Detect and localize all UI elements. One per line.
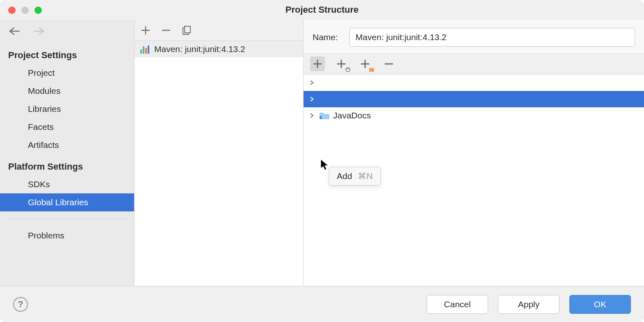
sidebar: Project Settings Project Modules Librari…: [0, 20, 135, 286]
roots-tree: J JavaDocs Add ⌘N: [304, 75, 644, 286]
tooltip-shortcut: ⌘N: [358, 171, 372, 181]
library-item-label: Maven: junit:junit:4.13.2: [154, 44, 245, 54]
folder-icon: J: [319, 111, 330, 120]
tree-row[interactable]: [304, 91, 644, 107]
titlebar: Project Structure: [0, 0, 644, 20]
sidebar-item-modules[interactable]: Modules: [0, 82, 134, 100]
chevron-right-icon: [308, 96, 316, 102]
help-button[interactable]: ?: [13, 297, 28, 312]
cancel-button[interactable]: Cancel: [427, 295, 488, 314]
details-toolbar: [304, 53, 644, 75]
add-tooltip: Add ⌘N: [329, 167, 381, 186]
forward-button: [33, 25, 45, 37]
chevron-right-icon: [308, 113, 316, 118]
minimize-icon: [21, 7, 29, 14]
sidebar-item-project[interactable]: Project: [0, 64, 134, 82]
name-row: Name:: [304, 20, 644, 53]
dialog-footer: ? Cancel Apply OK: [0, 286, 644, 322]
library-icon: [140, 45, 149, 54]
add-from-maven-button[interactable]: [334, 57, 349, 71]
chevron-right-icon: [308, 80, 316, 86]
back-button[interactable]: [8, 25, 21, 37]
apply-button[interactable]: Apply: [498, 295, 560, 314]
svg-rect-1: [185, 26, 190, 33]
window-controls: [8, 7, 42, 14]
library-list-panel: Maven: junit:junit:4.13.2: [135, 20, 304, 286]
tree-row[interactable]: [304, 75, 644, 91]
sidebar-item-libraries[interactable]: Libraries: [0, 100, 134, 118]
close-icon[interactable]: [8, 7, 16, 14]
library-item[interactable]: Maven: junit:junit:4.13.2: [135, 41, 303, 57]
window-title: Project Structure: [285, 5, 359, 15]
sidebar-nav: [0, 20, 134, 43]
svg-text:J: J: [320, 116, 322, 119]
svg-rect-3: [369, 68, 374, 72]
name-input[interactable]: [349, 28, 635, 47]
sidebar-divider: [8, 219, 126, 219]
copy-library-button[interactable]: [182, 25, 191, 35]
tree-row-javadocs[interactable]: J JavaDocs: [304, 107, 644, 124]
sidebar-item-problems[interactable]: Problems: [0, 227, 134, 245]
sidebar-item-global-libraries[interactable]: Global Libraries: [0, 193, 134, 211]
sidebar-group-platform: Platform Settings: [0, 154, 134, 175]
remove-root-button[interactable]: [381, 57, 396, 71]
library-list-toolbar: [135, 20, 303, 41]
add-root-button[interactable]: [310, 57, 325, 71]
add-library-button[interactable]: [141, 26, 150, 35]
name-label: Name:: [313, 32, 338, 42]
maximize-icon[interactable]: [34, 7, 42, 14]
cursor-icon: [320, 159, 330, 171]
tree-row-label: JavaDocs: [333, 111, 371, 120]
ok-button[interactable]: OK: [569, 295, 631, 314]
details-panel: Name:: [304, 20, 644, 286]
add-exclusion-button[interactable]: [358, 57, 372, 71]
tooltip-label: Add: [337, 171, 352, 181]
sidebar-item-facets[interactable]: Facets: [0, 118, 134, 136]
sidebar-item-artifacts[interactable]: Artifacts: [0, 136, 134, 154]
sidebar-item-sdks[interactable]: SDKs: [0, 175, 134, 193]
remove-library-button[interactable]: [162, 26, 171, 35]
sidebar-group-project: Project Settings: [0, 43, 134, 64]
